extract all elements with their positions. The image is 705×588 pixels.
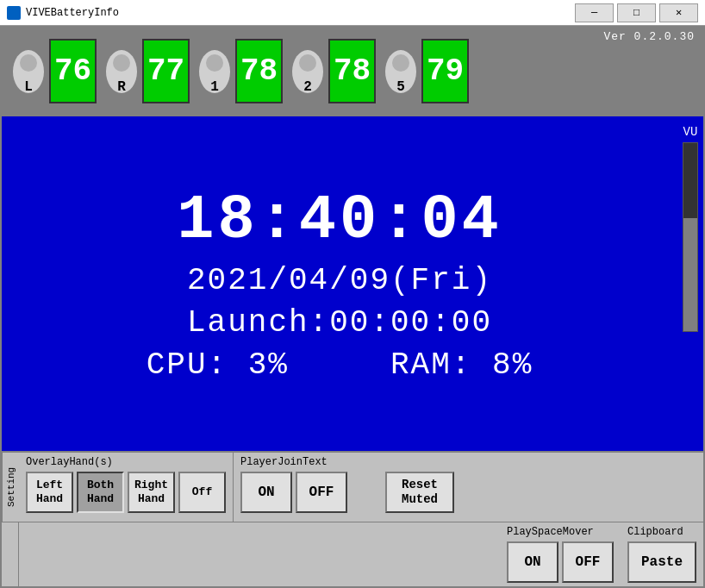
clipboard-label: Clipboard [627,526,696,538]
battery-level-l: 76 [49,39,97,103]
ram-display: RAM: 8% [390,347,533,383]
svg-text:R: R [117,79,126,95]
svg-point-7 [206,54,223,72]
minimize-button[interactable]: — [575,3,614,22]
player-join-off-button[interactable]: OFF [296,472,347,513]
window-title: VIVEBatteryInfo [26,7,575,19]
battery-bar: Ver 0.2.0.30 L 76 R [2,26,703,116]
playspace-buttons: ON OFF [507,541,614,583]
both-hand-button[interactable]: BothHand [77,472,124,513]
playspace-on-button[interactable]: ON [507,541,558,583]
cpu-display: CPU: 3% [147,347,289,383]
battery-level-5: 79 [421,39,469,103]
playspace-off-button[interactable]: OFF [562,541,614,583]
window-controls: — □ ✕ [575,3,698,22]
battery-item-5: 5 79 [381,34,469,108]
bottom-controls: Setting OverlayHand(s) LeftHand BothHand… [2,451,703,586]
battery-level-1: 78 [235,39,283,103]
maximize-button[interactable]: □ [617,3,656,22]
vu-label: VU [683,125,698,139]
row2-empty [19,522,500,586]
battery-item-1: 1 78 [195,34,283,108]
svg-point-4 [113,54,130,72]
window-content: Ver 0.2.0.30 L 76 R [0,26,705,588]
controller-icon-1: 1 [195,34,234,108]
battery-item-r: R 77 [102,34,190,108]
clipboard-section: Clipboard Paste [621,522,703,586]
battery-item-l: L 76 [9,34,97,108]
date-display: 2021/04/09(Fri) [187,263,492,298]
vu-bar-container [683,142,698,332]
overlay-hand-buttons: LeftHand BothHand RightHand Off [26,472,226,513]
controller-icon-2: 2 [288,34,327,108]
time-display: 18:40:04 [177,185,502,256]
main-display: 18:40:04 2021/04/09(Fri) Launch:00:00:00… [2,116,703,451]
player-join-on-button[interactable]: ON [240,472,292,513]
display-content: 18:40:04 2021/04/09(Fri) Launch:00:00:00… [2,116,677,451]
left-hand-button[interactable]: LeftHand [26,472,73,513]
off-button[interactable]: Off [178,472,226,513]
player-join-label: PlayerJoinText [240,456,696,468]
controller-icon-l: L [9,34,47,108]
version-label: Ver 0.2.0.30 [603,30,695,43]
paste-button[interactable]: Paste [627,541,696,583]
right-hand-button[interactable]: RightHand [128,472,175,513]
battery-level-2: 78 [328,39,376,103]
battery-level-r: 77 [142,39,190,103]
close-button[interactable]: ✕ [659,3,698,22]
overlay-hand-section: OverlayHand(s) LeftHand BothHand RightHa… [19,453,234,522]
vu-meter: VU [677,116,703,451]
controller-icon-r: R [102,34,140,108]
controls-row1: Setting OverlayHand(s) LeftHand BothHand… [2,453,703,522]
row2-spacer [2,522,19,586]
launch-display: Launch:00:00:00 [187,305,492,341]
playspace-label: PlaySpaceMover [507,526,614,538]
settings-label: Setting [2,453,19,522]
reset-muted-button[interactable]: ResetMuted [385,472,454,513]
app-icon [7,6,21,20]
svg-text:2: 2 [303,79,312,95]
battery-item-2: 2 78 [288,34,376,108]
svg-text:L: L [24,79,33,95]
system-display: CPU: 3% RAM: 8% [147,347,533,383]
titlebar: VIVEBatteryInfo — □ ✕ [0,0,705,26]
svg-point-1 [20,54,37,72]
svg-point-13 [392,54,409,72]
svg-point-10 [299,54,316,72]
controls-row2: PlaySpaceMover ON OFF Clipboard Paste [2,522,703,586]
overlay-hand-label: OverlayHand(s) [26,456,226,468]
controller-icon-5: 5 [381,34,420,108]
player-join-section: PlayerJoinText ON OFF ResetMuted [234,453,703,522]
playspace-section: PlaySpaceMover ON OFF [500,522,621,586]
svg-text:5: 5 [396,79,405,95]
svg-text:1: 1 [210,79,219,95]
vu-fill [683,218,697,331]
player-join-buttons: ON OFF ResetMuted [240,472,696,513]
